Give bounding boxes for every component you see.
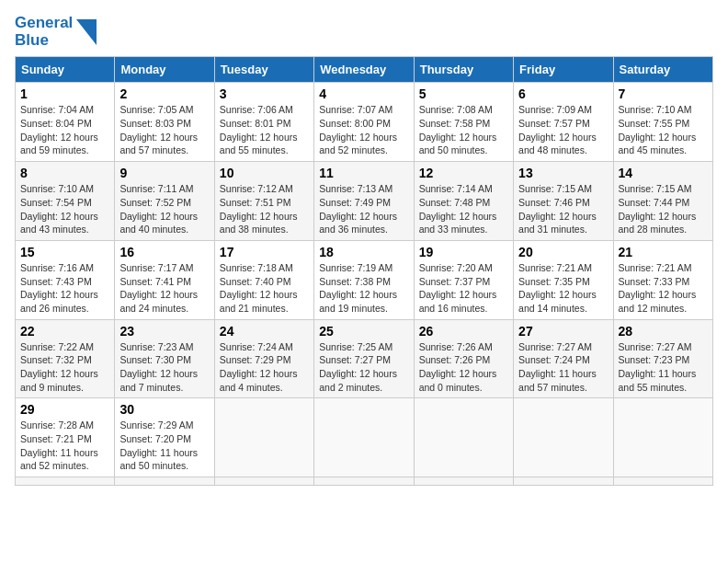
calendar-cell: 2 Sunrise: 7:05 AMSunset: 8:03 PMDayligh… [115,83,214,162]
svg-marker-0 [76,19,97,45]
day-number: 19 [419,245,508,259]
calendar-cell [214,477,313,486]
day-number: 1 [20,86,109,101]
day-detail: Sunrise: 7:24 AMSunset: 7:29 PMDaylight:… [220,340,309,395]
day-detail: Sunrise: 7:13 AMSunset: 7:49 PMDaylight:… [319,182,408,236]
calendar-cell: 26 Sunrise: 7:26 AMSunset: 7:26 PMDaylig… [414,319,513,398]
day-number: 28 [619,324,708,339]
day-number: 13 [518,166,608,180]
calendar-cell: 16 Sunrise: 7:17 AMSunset: 7:41 PMDaylig… [115,240,214,319]
day-number: 27 [518,324,608,339]
day-number: 23 [119,324,209,339]
day-detail: Sunrise: 7:22 AMSunset: 7:32 PMDaylight:… [20,340,109,395]
calendar-cell: 24 Sunrise: 7:24 AMSunset: 7:29 PMDaylig… [214,319,313,398]
day-detail: Sunrise: 7:23 AMSunset: 7:30 PMDaylight:… [119,340,209,395]
calendar-cell: 17 Sunrise: 7:18 AMSunset: 7:40 PMDaylig… [214,240,313,319]
page-header: General Blue [15,15,713,49]
col-saturday: Saturday [613,57,712,83]
calendar-cell: 19 Sunrise: 7:20 AMSunset: 7:37 PMDaylig… [414,240,513,319]
calendar-cell: 27 Sunrise: 7:27 AMSunset: 7:24 PMDaylig… [514,319,613,398]
day-number: 17 [220,245,309,259]
calendar-cell [115,477,214,486]
day-number: 9 [119,166,209,180]
day-detail: Sunrise: 7:21 AMSunset: 7:35 PMDaylight:… [518,261,608,316]
calendar-cell: 4 Sunrise: 7:07 AMSunset: 8:00 PMDayligh… [314,83,414,162]
calendar-cell: 15 Sunrise: 7:16 AMSunset: 7:43 PMDaylig… [16,240,115,319]
calendar-cell: 6 Sunrise: 7:09 AMSunset: 7:57 PMDayligh… [514,83,613,162]
calendar-cell: 5 Sunrise: 7:08 AMSunset: 7:58 PMDayligh… [414,83,513,162]
day-number: 16 [119,245,209,259]
calendar-cell: 20 Sunrise: 7:21 AMSunset: 7:35 PMDaylig… [514,240,613,319]
day-number: 29 [20,402,109,417]
day-detail: Sunrise: 7:04 AMSunset: 8:04 PMDaylight:… [20,103,109,157]
day-number: 3 [220,86,309,101]
calendar-cell: 11 Sunrise: 7:13 AMSunset: 7:49 PMDaylig… [314,162,414,241]
day-number: 7 [619,86,708,101]
day-detail: Sunrise: 7:10 AMSunset: 7:54 PMDaylight:… [20,182,109,236]
day-detail: Sunrise: 7:09 AMSunset: 7:57 PMDaylight:… [518,103,608,157]
day-number: 22 [20,324,109,339]
calendar-cell: 22 Sunrise: 7:22 AMSunset: 7:32 PMDaylig… [16,319,115,398]
day-detail: Sunrise: 7:05 AMSunset: 8:03 PMDaylight:… [119,103,209,157]
calendar-cell: 13 Sunrise: 7:15 AMSunset: 7:46 PMDaylig… [514,162,613,241]
day-number: 2 [119,86,209,101]
calendar-row [16,477,713,486]
calendar-cell: 8 Sunrise: 7:10 AMSunset: 7:54 PMDayligh… [16,162,115,241]
day-detail: Sunrise: 7:28 AMSunset: 7:21 PMDaylight:… [20,419,109,473]
calendar-cell: 28 Sunrise: 7:27 AMSunset: 7:23 PMDaylig… [613,319,712,398]
day-number: 5 [419,86,508,101]
calendar-cell [214,398,313,477]
calendar-row: 1 Sunrise: 7:04 AMSunset: 8:04 PMDayligh… [16,83,713,162]
day-number: 8 [20,166,109,180]
calendar-cell [16,477,115,486]
day-number: 4 [319,86,408,101]
day-detail: Sunrise: 7:10 AMSunset: 7:55 PMDaylight:… [619,103,708,157]
calendar-cell: 23 Sunrise: 7:23 AMSunset: 7:30 PMDaylig… [115,319,214,398]
calendar-cell [314,398,414,477]
calendar-table: Sunday Monday Tuesday Wednesday Thursday… [15,56,713,486]
calendar-cell [514,398,613,477]
col-monday: Monday [115,57,214,83]
calendar-cell [414,398,513,477]
day-detail: Sunrise: 7:18 AMSunset: 7:40 PMDaylight:… [220,261,309,316]
calendar-cell: 21 Sunrise: 7:21 AMSunset: 7:33 PMDaylig… [613,240,712,319]
day-detail: Sunrise: 7:27 AMSunset: 7:24 PMDaylight:… [518,340,608,395]
calendar-row: 8 Sunrise: 7:10 AMSunset: 7:54 PMDayligh… [16,162,713,241]
day-detail: Sunrise: 7:27 AMSunset: 7:23 PMDaylight:… [619,340,708,395]
col-friday: Friday [514,57,613,83]
day-detail: Sunrise: 7:26 AMSunset: 7:26 PMDaylight:… [419,340,508,395]
calendar-cell [613,477,712,486]
day-detail: Sunrise: 7:16 AMSunset: 7:43 PMDaylight:… [20,261,109,316]
day-number: 20 [518,245,608,259]
day-number: 14 [619,166,708,180]
logo-blue: Blue [15,32,73,50]
day-number: 18 [319,245,408,259]
calendar-cell: 14 Sunrise: 7:15 AMSunset: 7:44 PMDaylig… [613,162,712,241]
calendar-cell [314,477,414,486]
logo-general: General [15,15,73,32]
day-number: 24 [220,324,309,339]
day-detail: Sunrise: 7:15 AMSunset: 7:44 PMDaylight:… [619,182,708,236]
col-wednesday: Wednesday [314,57,414,83]
day-number: 10 [220,166,309,180]
calendar-cell [414,477,513,486]
calendar-cell [514,477,613,486]
day-detail: Sunrise: 7:25 AMSunset: 7:27 PMDaylight:… [319,340,408,395]
calendar-cell: 7 Sunrise: 7:10 AMSunset: 7:55 PMDayligh… [613,83,712,162]
logo-triangle-icon [76,19,97,45]
header-row: Sunday Monday Tuesday Wednesday Thursday… [16,57,713,83]
day-detail: Sunrise: 7:12 AMSunset: 7:51 PMDaylight:… [220,182,309,236]
col-thursday: Thursday [414,57,513,83]
calendar-cell: 29 Sunrise: 7:28 AMSunset: 7:21 PMDaylig… [16,398,115,477]
day-detail: Sunrise: 7:19 AMSunset: 7:38 PMDaylight:… [319,261,408,316]
day-number: 21 [619,245,708,259]
calendar-cell: 30 Sunrise: 7:29 AMSunset: 7:20 PMDaylig… [115,398,214,477]
day-detail: Sunrise: 7:21 AMSunset: 7:33 PMDaylight:… [619,261,708,316]
day-number: 15 [20,245,109,259]
day-number: 26 [419,324,508,339]
day-number: 30 [119,402,209,417]
day-detail: Sunrise: 7:15 AMSunset: 7:46 PMDaylight:… [518,182,608,236]
calendar-cell: 1 Sunrise: 7:04 AMSunset: 8:04 PMDayligh… [16,83,115,162]
calendar-cell: 25 Sunrise: 7:25 AMSunset: 7:27 PMDaylig… [314,319,414,398]
calendar-cell: 9 Sunrise: 7:11 AMSunset: 7:52 PMDayligh… [115,162,214,241]
